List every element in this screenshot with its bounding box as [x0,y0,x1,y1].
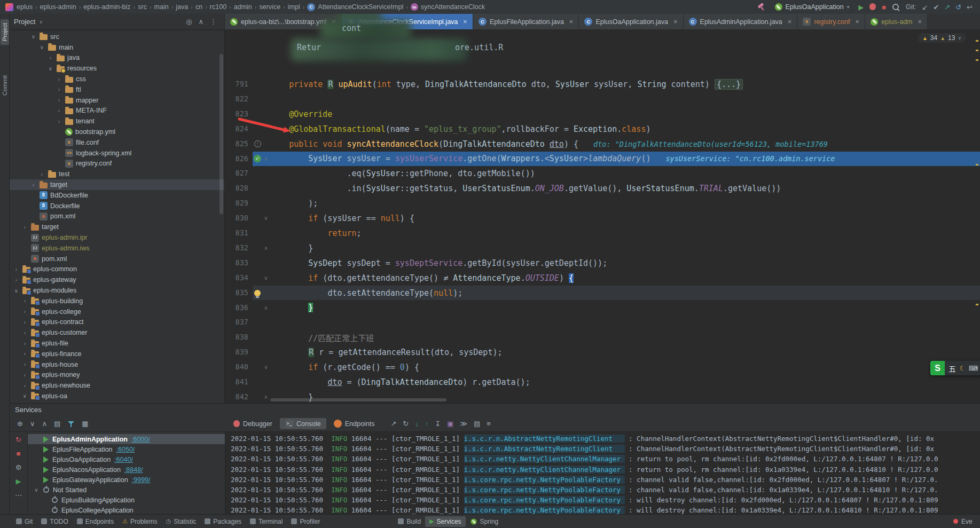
error-stripe-mark[interactable] [976,59,978,61]
code-line-body[interactable]: private R upAudit(int type, DingTalkAtte… [253,77,980,92]
tree-arrow-icon[interactable]: › [21,361,28,367]
breadcrumb-item[interactable]: eplus [17,3,33,11]
status-profiler[interactable]: Profiler [287,516,324,527]
services-tree[interactable]: EplusAdminApplication:6000/EplusFileAppl… [28,432,225,514]
console-tab-endpoints[interactable]: Endpoints [328,418,380,429]
project-tree-item[interactable]: ›eplus-customer [10,327,224,338]
inspections-widget[interactable]: ▲ 34 ▲ 13 ∨ [918,33,966,43]
project-tree-item[interactable]: ›java [10,53,224,64]
scroll-down-icon[interactable]: ↓ [415,420,419,427]
code-line-830[interactable]: 830∨ if (sysUser == null) { [225,211,980,226]
service-item[interactable]: ∨Not Started [28,485,225,495]
code-line-834[interactable]: 834∨ if (dto.getAttendanceType() ≠ Atten… [225,271,980,286]
code-line-829[interactable]: 829 ); [225,196,980,211]
code-line-body[interactable]: @Override [253,107,980,122]
tree-arrow-icon[interactable]: › [56,76,62,82]
code-line-833[interactable]: 833 SysDept sysDept = sysDeptService.get… [225,256,980,271]
project-tree-item[interactable]: DDockerfile [10,201,224,211]
code-line-838[interactable]: 838 //匹配正常上下班 [225,330,980,345]
project-tree-item[interactable]: ›test [10,169,224,179]
code-line-822[interactable]: 822 [225,92,980,107]
code-line-837[interactable]: 837 [225,315,980,330]
tree-arrow-icon[interactable]: › [38,171,45,177]
status-packages[interactable]: Packages [200,516,246,527]
breakpoint-verified-icon[interactable]: ✓ [254,155,261,162]
error-stripe-mark[interactable] [976,40,978,42]
status-spring[interactable]: Spring [466,516,503,527]
run-config-selector[interactable]: EplusOaApplication ▾ [772,3,853,11]
tree-arrow-icon[interactable]: ∨ [47,66,54,72]
project-tree-item[interactable]: ›eplus-file [10,338,224,349]
add-service-icon[interactable]: ⊕ [17,420,23,427]
project-tree-item[interactable]: DBdDockerfile [10,190,224,201]
breadcrumb-method[interactable]: msyncAttendanceClock [411,3,485,11]
tree-arrow-icon[interactable]: ∨ [21,393,28,399]
debug-icon[interactable] [869,3,876,10]
more-options-icon[interactable]: ⋮ [210,18,217,25]
service-item[interactable]: EplusNacosApplication:8848/ [28,464,225,475]
split-view-icon[interactable]: ▤ [474,420,480,427]
step-down-icon[interactable]: ↧ [435,420,441,427]
stop-icon[interactable]: ■ [17,450,21,457]
breadcrumb-item[interactable]: impl [288,3,300,11]
status-services[interactable]: ▶Services [425,516,465,527]
code-editor[interactable]: 791 private R upAudit(int type, DingTalk… [225,30,980,403]
history-icon[interactable]: ↺ [955,4,961,11]
gutter-icon-slot[interactable]: ↑ [253,140,262,147]
code-line-823[interactable]: 823 @Override [225,107,980,122]
editor-tab[interactable]: CEplusOaApplication.java× [579,14,683,29]
collapse-all-icon[interactable]: ∧ [198,18,203,25]
code-line-body[interactable]: //匹配正常上下班 [253,330,980,345]
sogou-input-indicator[interactable]: S 五 ☾ ⌨ [930,361,980,375]
resume-icon[interactable]: ▶ [16,478,21,485]
project-tree-item[interactable]: ›target [10,222,224,232]
settings-icon[interactable]: ⚙ [15,464,22,471]
event-log-widget[interactable]: Eve [953,518,980,525]
service-port-link[interactable]: :9999/ [132,476,151,484]
open-in-editor-icon[interactable]: ↗ [390,420,396,427]
code-line-body[interactable]: R r = getAttendanceResult(dto, sysDept); [253,345,980,360]
tree-arrow-icon[interactable]: › [21,298,28,304]
fold-marker[interactable]: ∨ [262,360,270,375]
breadcrumb-class[interactable]: CAttendanceClockServiceImpl [307,3,403,11]
project-tree-item[interactable]: ›eplus-building [10,296,224,306]
project-tree-item[interactable]: ›target [10,179,224,190]
breadcrumb-item[interactable]: cn [195,3,202,11]
fold-marker[interactable]: ∧ [262,390,270,403]
status-statistic[interactable]: ◷Statistic [162,516,201,527]
code-line-840[interactable]: 840∨ if (r.getCode() == 0) { [225,360,980,375]
status-terminal[interactable]: Terminal [246,516,287,527]
code-line-827[interactable]: 827 .eq(SysUser::getPhone, dto.getMobile… [225,166,980,181]
tree-arrow-icon[interactable]: ∨ [30,34,37,40]
code-line-825[interactable]: 825↑ public void syncAttendanceClock(Din… [225,137,980,152]
tree-arrow-icon[interactable]: › [21,330,28,336]
tree-arrow-icon[interactable]: › [21,351,28,357]
commit-icon[interactable]: ✔ [933,4,939,11]
close-tab-icon[interactable]: × [856,18,860,26]
project-tree-item[interactable]: ›eplus-house [10,359,224,370]
close-tab-icon[interactable]: × [332,18,336,26]
editor-tab[interactable]: CAttendanceClockServiceImpl.java× [342,14,473,29]
overriding-method-icon[interactable]: ↑ [254,140,261,147]
run-icon[interactable]: ▶ [858,3,864,11]
service-item[interactable]: EplusGatewayApplication:9999/ [28,475,225,485]
code-line-824[interactable]: 824 @GlobalTransactional(name = "eplus_t… [225,122,980,137]
view-options-icon[interactable]: ▦ [82,420,88,427]
fold-marker[interactable]: ∧ [262,241,270,256]
service-port-link[interactable]: :6050/ [116,446,135,453]
code-line-body[interactable]: @GlobalTransactional(name = "eplus_tx_gr… [253,122,980,137]
project-tree-item[interactable]: ∨resources [10,63,224,74]
tree-arrow-icon[interactable]: › [21,224,28,230]
project-tree-item[interactable]: ›eplus-newhouse [10,380,224,391]
project-tree-item[interactable]: ›css [10,74,224,84]
code-line-body[interactable]: ∧ } [253,241,980,256]
code-line-body[interactable] [253,92,980,107]
tree-arrow-icon[interactable]: › [21,383,28,389]
project-tree-item[interactable]: ›META-INF [10,106,224,116]
service-port-link[interactable]: :6000/ [131,436,150,443]
code-line-body[interactable]: dto.setAttendanceType(null); [253,286,980,301]
code-line-832[interactable]: 832∧ } [225,241,980,256]
fold-marker[interactable]: ∨ [262,271,270,286]
push-icon[interactable]: ↗ [944,4,950,11]
breadcrumb-item[interactable]: java [176,3,188,11]
